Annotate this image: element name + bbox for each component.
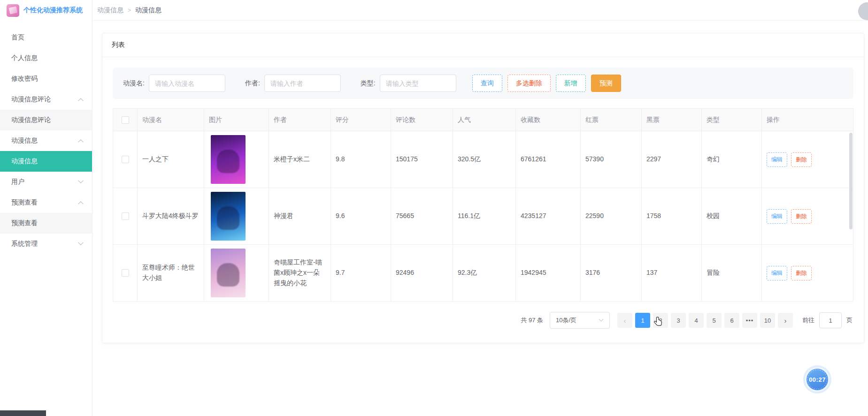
col-header-favorites: 收藏数	[516, 109, 581, 131]
sidebar-menu: 首页 个人信息 修改密码 动漫信息评论 动漫信息评论 动漫信息 动漫信息 用户 …	[0, 27, 92, 254]
screen-timer-badge: 00:27	[805, 367, 830, 392]
sidebar-item-prediction[interactable]: 预测查看	[0, 213, 92, 234]
multi-delete-button[interactable]: 多选删除	[507, 75, 551, 92]
sidebar-item-change-password[interactable]: 修改密码	[0, 68, 92, 89]
row-checkbox[interactable]	[122, 269, 129, 277]
breadcrumb-parent[interactable]: 动漫信息	[97, 6, 123, 15]
cell-favorites: 1942945	[516, 245, 581, 302]
predict-button[interactable]: 预测	[591, 75, 621, 92]
cell-black-votes: 137	[642, 245, 702, 302]
col-header-author: 作者	[269, 109, 331, 131]
sidebar-group-prediction[interactable]: 预测查看	[0, 192, 92, 213]
goto-page-input[interactable]	[819, 312, 842, 328]
filter-bar: 动漫名: 作者: 类型: 查询 多选删除	[113, 68, 853, 99]
row-checkbox[interactable]	[122, 212, 129, 220]
page-button-4[interactable]: 4	[689, 313, 704, 328]
edit-button[interactable]: 编辑	[767, 209, 787, 224]
cell-popularity: 92.3亿	[453, 245, 516, 302]
author-label: 作者:	[245, 79, 260, 88]
sidebar-group-system[interactable]: 系统管理	[0, 234, 92, 254]
page-button-3[interactable]: 3	[671, 313, 686, 328]
timer-value: 00:27	[809, 376, 826, 383]
table-header-row: 动漫名 图片 作者 评分 评论数 人气 收藏数 红票 黑票 类型	[113, 109, 853, 131]
col-header-genre: 类型	[702, 109, 762, 131]
filter-anime-name: 动漫名:	[123, 75, 225, 92]
chevron-up-icon	[78, 139, 83, 144]
chevron-up-icon	[78, 201, 83, 206]
sidebar-group-anime-info[interactable]: 动漫信息	[0, 130, 92, 151]
cell-score: 9.6	[331, 188, 391, 245]
card-body: 动漫名: 作者: 类型: 查询 多选删除	[102, 57, 864, 343]
genre-input[interactable]	[380, 75, 456, 92]
breadcrumb-current: 动漫信息	[135, 6, 161, 15]
filter-author: 作者:	[245, 75, 341, 92]
col-header-name: 动漫名	[138, 109, 204, 131]
pager: ‹ 1 2 3 4 5 6 •••	[617, 313, 793, 328]
table-row: 一人之下 米橙子x米二 9.8 150175 320.5亿 6761261 57…	[113, 131, 853, 188]
delete-button[interactable]: 删除	[791, 209, 812, 224]
cell-score: 9.8	[331, 131, 391, 188]
page-size-value: 10条/页	[556, 316, 576, 325]
row-checkbox[interactable]	[122, 156, 129, 163]
cell-comments: 150175	[391, 131, 453, 188]
sidebar-group-anime-comments[interactable]: 动漫信息评论	[0, 89, 92, 110]
cell-red-votes: 3176	[581, 245, 642, 302]
page-button-5[interactable]: 5	[707, 313, 722, 328]
brand[interactable]: 个性化动漫推荐系统	[0, 0, 92, 21]
cell-favorites: 6761261	[516, 131, 581, 188]
cell-comments: 75665	[391, 188, 453, 245]
delete-button[interactable]: 删除	[791, 152, 812, 167]
page-button-2[interactable]: 2	[653, 313, 668, 328]
page-size-select[interactable]: 10条/页	[550, 312, 610, 329]
page-button-1[interactable]: 1	[635, 313, 650, 328]
goto-suffix: 页	[846, 316, 853, 325]
cell-popularity: 116.1亿	[453, 188, 516, 245]
cell-anime-name: 至尊瞳术师：绝世大小姐	[138, 245, 204, 302]
col-header-black-votes: 黑票	[642, 109, 702, 131]
page-button-6[interactable]: 6	[724, 313, 739, 328]
card-header: 列表	[102, 33, 864, 57]
add-button[interactable]: 新增	[556, 75, 586, 92]
anime-cover-image	[211, 192, 246, 241]
col-header-red-votes: 红票	[581, 109, 642, 131]
anime-name-input[interactable]	[149, 75, 225, 92]
cell-popularity: 320.5亿	[453, 131, 516, 188]
sidebar-item-home[interactable]: 首页	[0, 27, 92, 48]
edit-button[interactable]: 编辑	[767, 152, 787, 167]
delete-button[interactable]: 删除	[791, 266, 812, 280]
anime-cover-image	[211, 135, 246, 184]
sidebar-item-profile[interactable]: 个人信息	[0, 48, 92, 68]
sidebar-item-anime-info[interactable]: 动漫信息	[0, 151, 92, 172]
breadcrumb: 动漫信息 > 动漫信息	[97, 6, 161, 15]
cell-comments: 92496	[391, 245, 453, 302]
avatar[interactable]	[858, 2, 868, 20]
prev-page-button[interactable]: ‹	[617, 313, 632, 328]
sidebar: 个性化动漫推荐系统 首页 个人信息 修改密码 动漫信息评论 动漫信息评论 动漫信…	[0, 0, 92, 416]
chevron-down-icon	[599, 317, 604, 321]
edit-button[interactable]: 编辑	[767, 266, 787, 280]
query-button[interactable]: 查询	[472, 75, 502, 92]
cell-genre: 校园	[702, 188, 762, 245]
col-header-image: 图片	[204, 109, 269, 131]
cell-genre: 冒险	[702, 245, 762, 302]
next-page-button[interactable]: ›	[778, 313, 793, 328]
more-pages-button[interactable]: •••	[742, 313, 757, 328]
col-header-score: 评分	[331, 109, 391, 131]
col-header-comments: 评论数	[391, 109, 453, 131]
select-all-checkbox[interactable]	[122, 116, 129, 124]
filter-buttons: 查询 多选删除 新增 预测	[472, 75, 621, 92]
table-scrollbar[interactable]	[849, 133, 853, 229]
sidebar-footer-bar	[0, 410, 46, 416]
anime-table-wrap: 动漫名 图片 作者 评分 评论数 人气 收藏数 红票 黑票 类型	[113, 108, 853, 302]
sidebar-item-anime-comments[interactable]: 动漫信息评论	[0, 110, 92, 130]
anime-cover-image	[211, 249, 246, 297]
author-input[interactable]	[264, 75, 341, 92]
col-header-actions: 操作	[762, 109, 853, 131]
cell-author: 米橙子x米二	[269, 131, 331, 188]
topbar: 动漫信息 > 动漫信息	[92, 0, 868, 21]
anime-table: 动漫名 图片 作者 评分 评论数 人气 收藏数 红票 黑票 类型	[113, 108, 853, 302]
chevron-down-icon	[78, 178, 83, 183]
sidebar-group-users[interactable]: 用户	[0, 172, 92, 192]
page-button-10[interactable]: 10	[760, 313, 775, 328]
cell-red-votes: 22590	[581, 188, 642, 245]
